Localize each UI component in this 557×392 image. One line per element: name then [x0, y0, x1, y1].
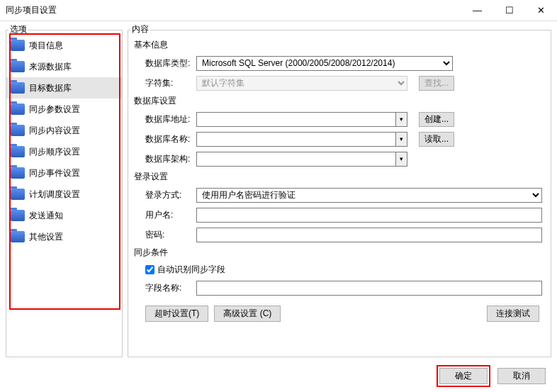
window-controls: — ☐ ✕ — [461, 0, 557, 21]
window-title: 同步项目设置 — [6, 4, 461, 16]
db-type-select[interactable]: Microsoft SQL Server (2000/2005/2008/201… — [196, 56, 453, 71]
folder-icon — [11, 189, 25, 200]
label-field-name: 字段名称: — [145, 282, 196, 294]
row-db-schema: 数据库架构: ▾ — [128, 150, 551, 168]
folder-icon — [11, 231, 25, 242]
folder-icon — [11, 146, 25, 157]
label-password: 密码: — [145, 229, 196, 241]
sidebar-item-label: 来源数据库 — [29, 61, 72, 73]
section-login: 登录设置 — [134, 171, 551, 183]
section-sync: 同步条件 — [134, 247, 551, 259]
db-name-dropdown[interactable]: ▾ — [395, 132, 407, 147]
annotation-highlight-ok: 确定 — [437, 365, 490, 387]
label-db-addr: 数据库地址: — [145, 113, 196, 125]
bottom-button-row: 超时设置(T) 高级设置 (C) 连接测试 — [128, 306, 551, 322]
timeout-button[interactable]: 超时设置(T) — [145, 306, 208, 322]
row-username: 用户名: — [128, 206, 551, 224]
sidebar-item-source-db[interactable]: 来源数据库 — [6, 56, 122, 77]
folder-icon — [11, 82, 25, 94]
close-button[interactable]: ✕ — [525, 0, 557, 21]
label-db-schema: 数据库架构: — [145, 153, 196, 165]
label-login-mode: 登录方式: — [145, 189, 196, 201]
sidebar-item-project-info[interactable]: 项目信息 — [6, 35, 122, 56]
sidebar-item-label: 同步顺序设置 — [29, 146, 80, 158]
folder-icon — [11, 125, 25, 136]
sidebar-item-sync-params[interactable]: 同步参数设置 — [6, 99, 122, 120]
row-password: 密码: — [128, 225, 551, 244]
db-addr-dropdown[interactable]: ▾ — [395, 112, 407, 127]
advanced-button[interactable]: 高级设置 (C) — [214, 306, 281, 322]
username-input[interactable] — [196, 208, 542, 223]
cancel-button[interactable]: 取消 — [497, 368, 546, 384]
sidebar-item-label: 目标数据库 — [29, 82, 72, 94]
sidebar-item-sync-order[interactable]: 同步顺序设置 — [6, 141, 122, 162]
connection-test-button[interactable]: 连接测试 — [487, 306, 539, 322]
sidebar-item-label: 同步事件设置 — [29, 167, 80, 179]
label-charset: 字符集: — [145, 77, 196, 89]
row-db-type: 数据库类型: Microsoft SQL Server (2000/2005/2… — [128, 54, 551, 72]
sidebar-item-notifications[interactable]: 发送通知 — [6, 205, 122, 226]
sidebar-item-label: 同步参数设置 — [29, 103, 80, 116]
sidebar-item-label: 其他设置 — [29, 231, 63, 243]
title-bar: 同步项目设置 — ☐ ✕ — [0, 0, 557, 21]
row-auto-detect: 自动识别同步字段 — [128, 262, 551, 277]
db-schema-input[interactable] — [196, 152, 395, 167]
create-button[interactable]: 创建... — [419, 112, 454, 127]
row-db-addr: 数据库地址: ▾ 创建... — [128, 110, 551, 128]
sidebar-item-label: 发送通知 — [29, 210, 63, 222]
db-addr-input[interactable] — [196, 112, 395, 127]
sidebar-item-schedule[interactable]: 计划调度设置 — [6, 184, 122, 205]
left-panel-label: 选项 — [9, 23, 28, 35]
ok-button[interactable]: 确定 — [439, 368, 488, 384]
section-db: 数据库设置 — [134, 95, 551, 107]
password-input[interactable] — [196, 228, 542, 242]
right-panel: 基本信息 数据库类型: Microsoft SQL Server (2000/2… — [128, 30, 551, 357]
right-panel-label: 内容 — [130, 23, 150, 35]
db-name-input[interactable] — [196, 132, 395, 147]
folder-icon — [11, 61, 25, 72]
folder-icon — [11, 210, 25, 221]
label-db-name: 数据库名称: — [145, 133, 196, 145]
sidebar-item-other[interactable]: 其他设置 — [6, 226, 122, 247]
sidebar-item-sync-events[interactable]: 同步事件设置 — [6, 162, 122, 184]
folder-icon — [11, 40, 25, 51]
dialog-body: 选项 项目信息 来源数据库 目标数据库 同步参数设置 同步内容设置 同步顺序设置… — [0, 21, 557, 360]
left-panel: 项目信息 来源数据库 目标数据库 同步参数设置 同步内容设置 同步顺序设置 同步… — [6, 30, 123, 357]
sidebar-item-label: 同步内容设置 — [29, 125, 80, 137]
maximize-button[interactable]: ☐ — [493, 0, 525, 21]
find-button: 查找... — [419, 76, 454, 91]
folder-icon — [11, 167, 25, 179]
auto-detect-label: 自动识别同步字段 — [157, 264, 225, 276]
folder-icon — [11, 103, 25, 115]
minimize-button[interactable]: — — [461, 0, 493, 21]
sidebar-item-sync-content[interactable]: 同步内容设置 — [6, 120, 122, 141]
label-db-type: 数据库类型: — [145, 57, 196, 69]
row-field-name: 字段名称: — [128, 279, 551, 297]
row-db-name: 数据库名称: ▾ 读取... — [128, 130, 551, 148]
sidebar: 项目信息 来源数据库 目标数据库 同步参数设置 同步内容设置 同步顺序设置 同步… — [6, 30, 122, 247]
sidebar-item-target-db[interactable]: 目标数据库 — [6, 77, 122, 99]
sidebar-item-label: 计划调度设置 — [29, 189, 80, 201]
sidebar-item-label: 项目信息 — [29, 40, 63, 52]
row-login-mode: 登录方式: 使用用户名密码进行验证 — [128, 186, 551, 204]
label-username: 用户名: — [145, 209, 196, 221]
login-mode-select[interactable]: 使用用户名密码进行验证 — [196, 188, 542, 203]
dialog-footer: 确定 取消 — [0, 360, 557, 392]
read-button[interactable]: 读取... — [419, 132, 454, 147]
charset-select: 默认字符集 — [196, 76, 407, 91]
field-name-input[interactable] — [196, 281, 542, 296]
row-charset: 字符集: 默认字符集 查找... — [128, 74, 551, 92]
section-basic: 基本信息 — [134, 39, 551, 51]
auto-detect-checkbox[interactable] — [145, 265, 154, 274]
db-schema-dropdown[interactable]: ▾ — [395, 152, 407, 167]
